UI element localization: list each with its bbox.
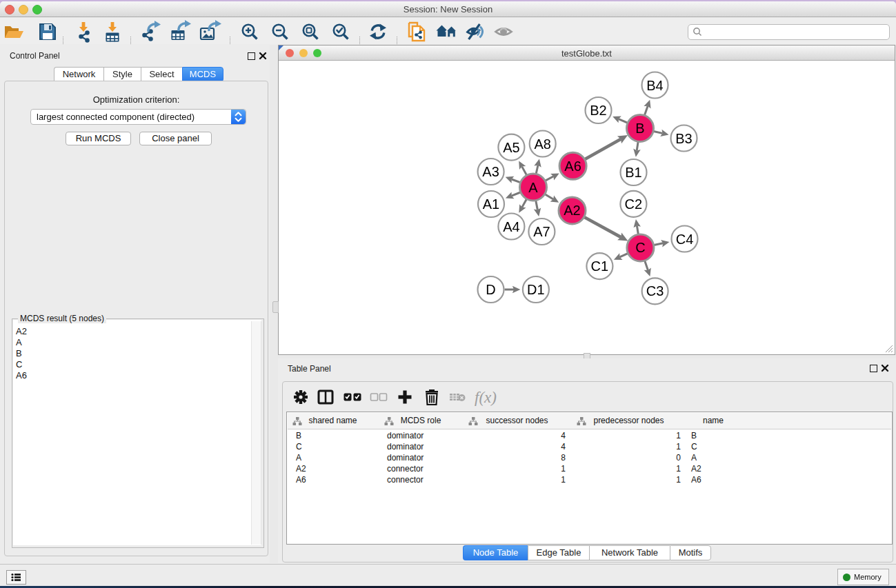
- svg-text:B: B: [635, 121, 644, 136]
- svg-text:A: A: [528, 180, 538, 195]
- svg-text:A2: A2: [564, 203, 580, 218]
- svg-text:B1: B1: [625, 165, 641, 180]
- svg-text:A4: A4: [503, 219, 519, 234]
- svg-text:B4: B4: [646, 78, 663, 93]
- svg-text:A7: A7: [533, 224, 550, 239]
- svg-text:C4: C4: [676, 232, 694, 247]
- svg-text:A5: A5: [503, 140, 519, 155]
- svg-text:D: D: [486, 282, 495, 297]
- svg-text:B2: B2: [590, 103, 606, 118]
- svg-text:C3: C3: [646, 283, 664, 298]
- svg-text:B3: B3: [675, 131, 692, 146]
- svg-text:C1: C1: [591, 258, 609, 274]
- svg-text:A8: A8: [534, 136, 550, 152]
- svg-text:C: C: [635, 240, 645, 255]
- svg-text:A1: A1: [483, 196, 499, 212]
- svg-text:f(x): f(x): [475, 389, 497, 406]
- svg-text:C2: C2: [625, 196, 643, 212]
- svg-text:A6: A6: [564, 159, 581, 174]
- svg-text:A3: A3: [482, 164, 499, 179]
- svg-text:D1: D1: [527, 282, 545, 297]
